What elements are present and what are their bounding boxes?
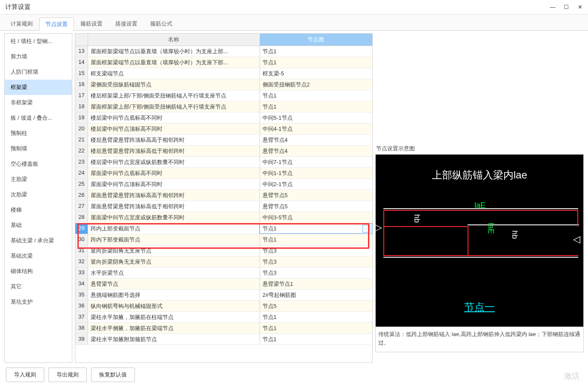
sidebar: 柱 / 墙柱 / 型钢...剪力墙人防门框墙框架梁非框架梁板 / 坡道 / 叠合… xyxy=(4,33,72,363)
export-rules-button[interactable]: 导出规则 xyxy=(49,368,87,382)
table-row[interactable]: 20楼层梁中间节点顶标高不同时中间4-1节点 xyxy=(75,124,372,135)
table-row[interactable]: 26屋面悬臂梁悬臂跨顶标高高于相邻跨时悬臂节点5 xyxy=(75,190,372,201)
row-number: 22 xyxy=(75,146,88,156)
sidebar-item[interactable]: 非框架梁 xyxy=(5,95,72,110)
restore-defaults-button[interactable]: 恢复默认值 xyxy=(91,368,135,382)
preview-label: 节点设置示意图 xyxy=(375,143,584,154)
sidebar-item[interactable]: 人防门框墙 xyxy=(5,64,72,80)
row-node[interactable]: 中间7-1节点 xyxy=(260,157,372,167)
table-row[interactable]: 39梁柱水平加腋附加箍筋节点节点1 xyxy=(75,334,372,345)
row-node[interactable]: 侧面受扭钢筋节点2 xyxy=(260,79,372,90)
table-row[interactable]: 37梁柱水平加腋，加腋筋在柱端节点节点1 xyxy=(75,312,372,323)
table-row[interactable]: 32竖向折梁阴角无支座节点节点3 xyxy=(75,256,372,267)
sidebar-item[interactable]: 基础 xyxy=(5,218,72,233)
table-row[interactable]: 29跨内上部变截面节点节点1⋯ xyxy=(75,223,372,234)
table-row[interactable]: 16梁侧面受扭纵筋锚固节点侧面受扭钢筋节点2 xyxy=(75,79,372,90)
tab-lap-settings[interactable]: 搭接设置 xyxy=(109,17,144,30)
sidebar-item[interactable]: 预制墙 xyxy=(5,141,72,156)
row-node[interactable]: 悬臂节点4 xyxy=(260,135,372,145)
sidebar-item[interactable]: 次肋梁 xyxy=(5,187,72,202)
diagram-hb1: hb xyxy=(412,214,421,223)
row-number: 39 xyxy=(75,334,88,345)
row-node[interactable]: 节点3 xyxy=(260,245,372,256)
diagram-hb2: hb xyxy=(510,230,519,239)
row-node[interactable]: 节点3 xyxy=(260,267,372,278)
sidebar-item[interactable]: 预制柱 xyxy=(5,126,72,141)
sidebar-item[interactable]: 框架梁 xyxy=(5,80,72,95)
table-row[interactable]: 14屋面框架梁端节点以垂直墙（墙厚较小时）为支座下部...节点1 xyxy=(75,57,372,68)
row-node[interactable]: 节点1 xyxy=(260,234,372,245)
table-row[interactable]: 13屋面框架梁端节点以垂直墙（墙厚较小时）为支座上部...节点1 xyxy=(75,46,372,57)
row-name: 梁侧面受扭纵筋锚固节点 xyxy=(88,79,260,90)
row-node[interactable]: 框支梁-5 xyxy=(260,68,372,79)
table-row[interactable]: 15框支梁端节点框支梁-5 xyxy=(75,68,372,79)
row-node[interactable]: 中间2-1节点 xyxy=(260,179,372,190)
sidebar-item[interactable]: 柱 / 墙柱 / 型钢... xyxy=(5,34,72,49)
row-number: 34 xyxy=(75,279,88,289)
row-number: 28 xyxy=(75,212,88,223)
row-node[interactable]: 节点5 xyxy=(260,301,372,311)
table-row[interactable]: 21楼层悬臂梁悬臂跨顶标高高于相邻跨时悬臂节点4 xyxy=(75,135,372,146)
row-node[interactable]: 节点1 xyxy=(260,101,372,112)
sidebar-item[interactable]: 砌体结构 xyxy=(5,264,72,279)
close-button[interactable]: ✕ xyxy=(577,4,583,10)
row-node[interactable]: 悬臂节点4 xyxy=(260,146,372,156)
sidebar-item[interactable]: 板 / 坡道 / 叠合... xyxy=(5,110,72,126)
row-name: 楼层梁中间节点顶标高不同时 xyxy=(88,124,260,134)
tab-calc-rules[interactable]: 计算规则 xyxy=(4,17,39,30)
table-row[interactable]: 33水平折梁节点节点3 xyxy=(75,267,372,279)
row-node[interactable]: 2#弯起钢筋图 xyxy=(260,290,372,300)
row-name: 屋面悬臂梁悬臂跨顶标高高于相邻跨时 xyxy=(88,190,260,201)
row-name: 屋面悬臂梁悬臂跨顶标高低于相邻跨时 xyxy=(88,201,260,212)
row-node[interactable]: 节点1 xyxy=(260,334,372,345)
table-row[interactable]: 30跨内下部变截面节点节点1 xyxy=(75,234,372,245)
maximize-button[interactable]: ☐ xyxy=(563,4,569,10)
sidebar-item[interactable]: 基坑支护 xyxy=(5,294,72,310)
row-name: 框支梁端节点 xyxy=(88,68,260,79)
row-node[interactable]: 悬臂节点5 xyxy=(260,201,372,212)
row-node[interactable]: 中间5-1节点 xyxy=(260,112,372,123)
row-node[interactable]: 节点1 xyxy=(260,46,372,57)
sidebar-item[interactable]: 其它 xyxy=(5,279,72,294)
sidebar-item[interactable]: 基础次梁 xyxy=(5,248,72,264)
tab-stirrup-settings[interactable]: 箍筋设置 xyxy=(74,17,109,30)
row-node[interactable]: 中间1-1节点 xyxy=(260,168,372,178)
table-row[interactable]: 19楼层梁中间节点底标高不同时中间5-1节点 xyxy=(75,112,372,124)
ellipsis-button[interactable]: ⋯ xyxy=(363,225,370,233)
sidebar-item[interactable]: 空心楼盖板 xyxy=(5,156,72,172)
row-node[interactable]: 节点3 xyxy=(260,256,372,267)
sidebar-item[interactable]: 剪力墙 xyxy=(5,49,72,64)
table-row[interactable]: 36纵向钢筋弯钩与机械锚固形式节点5 xyxy=(75,301,372,312)
table-row[interactable]: 24屋面梁中间节点底标高不同时中间1-1节点 xyxy=(75,168,372,179)
table-row[interactable]: 18屋面框架梁上部/下部/侧面受扭钢筋锚入平行墙支座节点节点1 xyxy=(75,101,372,112)
table-row[interactable]: 17楼层框架梁上部/下部/侧面受扭钢筋锚入平行墙支座节点节点1 xyxy=(75,90,372,101)
row-node[interactable]: 节点1 xyxy=(260,312,372,322)
tab-node-settings[interactable]: 节点设置 xyxy=(39,17,74,31)
minimize-button[interactable]: ― xyxy=(550,4,556,10)
sidebar-item[interactable]: 楼梯 xyxy=(5,202,72,218)
table-row[interactable]: 25屋面梁中间节点顶标高不同时中间2-1节点 xyxy=(75,179,372,190)
row-node[interactable]: 节点1 xyxy=(260,90,372,101)
row-node[interactable]: 悬臂梁节点1 xyxy=(260,279,372,289)
import-rules-button[interactable]: 导入规则 xyxy=(6,368,44,382)
row-name: 水平折梁节点 xyxy=(88,267,260,278)
table-row[interactable]: 22楼层悬臂梁悬臂跨顶标高低于相邻跨时悬臂节点4 xyxy=(75,146,372,157)
table-row[interactable]: 23楼层梁中间节点宽度或纵筋数量不同时中间7-1节点 xyxy=(75,157,372,168)
row-name: 屋面梁中间节点顶标高不同时 xyxy=(88,179,260,190)
table-row[interactable]: 27屋面悬臂梁悬臂跨顶标高低于相邻跨时悬臂节点5 xyxy=(75,201,372,212)
sidebar-item[interactable]: 基础主梁 / 承台梁 xyxy=(5,233,72,248)
row-node[interactable]: 节点1 xyxy=(260,323,372,333)
footer-buttons: 导入规则 导出规则 恢复默认值 xyxy=(6,368,135,382)
row-node[interactable]: 中间4-1节点 xyxy=(260,124,372,134)
table-row[interactable]: 28屋面梁中间节点宽度或纵筋数量不同时中间3-5节点 xyxy=(75,212,372,223)
table-row[interactable]: 34悬臂梁节点悬臂梁节点1 xyxy=(75,279,372,290)
table-row[interactable]: 35悬挑端钢筋图号选择2#弯起钢筋图 xyxy=(75,290,372,301)
tab-stirrup-formula[interactable]: 箍筋公式 xyxy=(144,17,179,30)
row-node[interactable]: 节点1 xyxy=(260,57,372,68)
sidebar-item[interactable]: 主肋梁 xyxy=(5,172,72,187)
row-node[interactable]: 悬臂节点5 xyxy=(260,190,372,201)
row-node[interactable]: 节点1⋯ xyxy=(260,223,372,234)
table-row[interactable]: 38梁柱水平侧腋，加腋筋在梁端节点节点1 xyxy=(75,323,372,334)
table-row[interactable]: 31竖向折梁阳角无支座节点节点3 xyxy=(75,245,372,256)
row-node[interactable]: 中间3-5节点 xyxy=(260,212,372,223)
